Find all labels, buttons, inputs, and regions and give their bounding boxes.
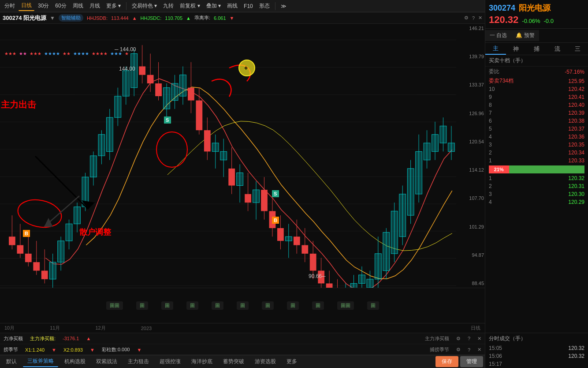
toolbar-daily[interactable]: 日线 [19,1,34,11]
alert-button[interactable]: 🔔 预警 [511,30,539,41]
bottom-tab-3axe[interactable]: 三板斧策略 [23,356,58,367]
status-x1-value: X1:1.240 [25,347,45,353]
bottom-tab-capital[interactable]: 游资选股 [250,357,280,367]
toolbar-extend[interactable]: ≫ [278,2,289,10]
trade-time-3: 15:17 [489,361,511,367]
indicator-icon-6[interactable]: 圖 [237,301,249,310]
status-help-icon2[interactable]: ? [468,347,470,353]
date-label-dec: 12月 [96,325,106,331]
bottom-tab-ocean[interactable]: 海洋抄底 [187,357,217,367]
status-season-label: 捞季节 [4,346,18,353]
hhjsdc-label: HHJSDC: [141,15,162,21]
bottom-tab-institution[interactable]: 机构选股 [60,357,90,367]
toolbar-60min[interactable]: 60分 [52,1,69,11]
sell-order-2: 2 120.34 [485,149,588,157]
indicator-icon-10[interactable]: 圖圖 [337,301,354,310]
order-progress-bar: 21% [489,165,584,173]
bottom-tab-super-control[interactable]: 超强控涨 [155,357,185,367]
sell-price-10: 120.42 [498,86,584,92]
toolbar-divider1 [126,2,127,10]
sub-tab-san[interactable]: 三 [567,43,588,55]
buy-price-3: 120.30 [498,191,584,197]
indicator-icon-1[interactable]: 圖圖 [106,301,123,310]
indicator-icon-4[interactable]: 圖 [186,301,198,310]
right-stock-name: 阳光电源 [519,3,551,13]
candlestick-chart[interactable] [0,24,485,288]
buy-order-3: 3 120.30 [485,190,588,198]
indicator-icon-5[interactable]: 圖 [212,301,223,310]
toolbar-f10[interactable]: F10 [241,2,256,10]
toolbar-30min[interactable]: 30分 [35,1,52,11]
close-icon[interactable]: ✕ [478,15,482,21]
bottom-tab-momentum[interactable]: 蓄势突破 [219,357,249,367]
watchlist-button[interactable]: 一 自选 [485,30,511,41]
right-panel: 300274 阳光电源 120.32 -0.06% -0.0 一 自选 🔔 预警… [485,0,588,368]
sell-price-4: 120.36 [498,134,584,140]
right-tabs-row: 一 自选 🔔 预警 [485,29,588,43]
toolbar-jiuzhuan[interactable]: 九转 [160,1,176,11]
stock-assistant-label[interactable]: 智能辅助 [59,14,83,22]
toolbar-monthly[interactable]: 月线 [87,1,103,11]
status-settings-icon1[interactable]: ⚙ [456,336,461,342]
bottom-tab-more[interactable]: 更多 [282,357,301,367]
bottom-tab-default[interactable]: 默认 [2,357,21,367]
status-x2-value: X2:0.893 [63,347,83,353]
status-settings-icon2[interactable]: ⚙ [456,347,461,353]
indicator-icon-3[interactable]: 圖 [161,301,173,310]
manage-button[interactable]: 管理 [460,356,483,367]
chart-area: 分时 日线 30分 60分 周线 月线 更多 ▾ 交易特色 ▾ 九转 前复权 ▾… [0,0,485,368]
toolbar-weekly[interactable]: 周线 [70,1,86,11]
indicator-icon-9[interactable]: 圖 [312,301,324,310]
right-sub-tabs: 主 神 捕 流 三 [485,43,588,55]
status-x1-arrow: ▼ [52,347,56,353]
sub-tab-bu[interactable]: 捕 [526,43,547,55]
sell-price-7: 120.39 [498,110,584,116]
sub-tab-main[interactable]: 主 [485,43,506,55]
toolbar-fq[interactable]: 前复权 ▾ [177,1,202,11]
toolbar-draw[interactable]: 画线 [224,1,240,11]
right-stock-code: 300274 [489,4,515,13]
toolbar-overlay[interactable]: 叠加 ▾ [204,1,223,11]
sell-price-8: 120.40 [498,102,584,108]
sub-tab-shen[interactable]: 神 [506,43,527,55]
order-book: 买卖十档（手） 委比 -57.16% 委卖734档 125.95 10 120.… [485,55,588,333]
status-help-icon1[interactable]: ? [468,336,470,341]
settings-icon[interactable]: ⚙ [464,15,469,21]
hhjsdb-value: 113.444 [111,15,129,21]
toolbar-pattern[interactable]: 形态 [257,1,272,11]
hhjsdb-arrow: ▲ [132,15,137,21]
sub-tab-liu[interactable]: 流 [547,43,568,55]
toolbar-more[interactable]: 更多 ▾ [104,1,123,11]
indicator-icon-11[interactable]: 圖 [367,301,379,310]
status-close-icon2[interactable]: ✕ [477,347,481,353]
save-button[interactable]: 保存 [435,356,458,367]
trade-section-title: 分时成交（手） [485,333,588,344]
stock-bar-icons: ⚙ ? ✕ [464,15,482,21]
trade-row-2: 15:06 120.32 [485,352,588,360]
toolbar-trade-feature[interactable]: 交易特色 ▾ [129,1,160,11]
wemai-value: 125.95 [514,78,584,84]
help-icon[interactable]: ? [472,15,475,21]
sell-price-3: 120.35 [498,142,584,148]
bottom-tab-purple[interactable]: 双紫战法 [92,357,122,367]
status-row1: 力净买额 主力净买额: -3176.1 ▲ 主力净买额 ⚙ ? ✕ [0,333,485,344]
sell-order-9: 9 120.41 [485,93,588,101]
sell-price-5: 120.37 [498,126,584,132]
sell-price-1: 120.33 [498,158,584,164]
li-label: 乖离率: [194,15,210,21]
sell-order-6: 6 120.38 [485,117,588,125]
trade-row-3: 15:17 [485,360,588,368]
buy-price-2: 120.31 [498,183,584,189]
toolbar-fenshi[interactable]: 分时 [2,1,18,11]
indicator-icon-8[interactable]: 圖 [287,301,299,310]
webi-label: 委比 [489,68,499,75]
buy-order-1: 1 120.32 [485,174,588,182]
status-close-icon1[interactable]: ✕ [477,336,481,342]
chart-main[interactable]: 146.21 139.79 133.37 126.96 120.54 114.1… [0,24,485,288]
bottom-tab-main-snipe[interactable]: 主力狙击 [123,357,153,367]
indicator-icon-7[interactable]: 圖 [262,301,274,310]
status-czs-arrow: ▼ [137,347,141,353]
indicator-icon-2[interactable]: 圖 [136,301,148,310]
status-main-force-arrow: ▲ [86,336,91,341]
date-label-2023: 2023 [141,326,152,331]
